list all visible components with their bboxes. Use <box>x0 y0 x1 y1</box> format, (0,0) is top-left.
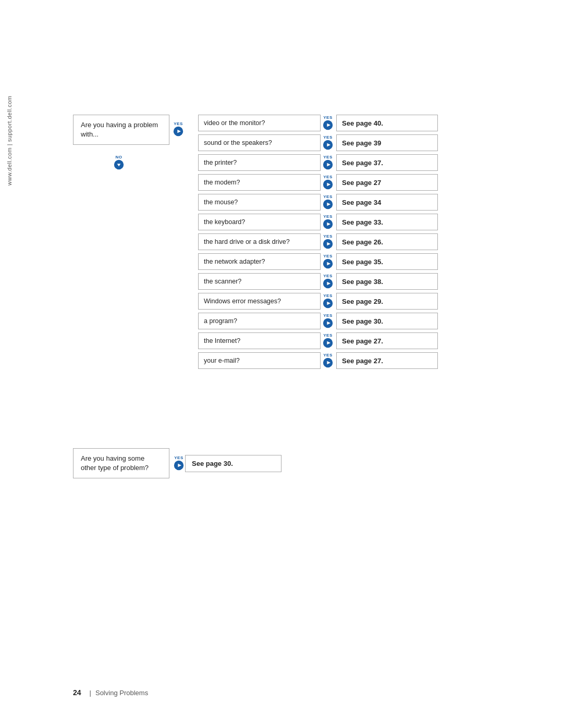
other-problem-section: Are you having some other type of proble… <box>73 448 282 478</box>
footer-text: Solving Problems <box>95 689 148 697</box>
yes-label-11: YES <box>323 314 333 318</box>
problem-box: Are you having a problem with... <box>73 115 169 145</box>
question-box: the modem? <box>198 174 321 191</box>
answer-box-9: See page 38. <box>336 273 438 290</box>
yes-badge-12: YES <box>323 334 333 348</box>
yes-badge-other: YES <box>174 456 184 471</box>
yes-label-9: YES <box>323 274 333 278</box>
question-row: the mouse?YESSee page 34 <box>198 194 469 211</box>
other-answer-text: See page 30. <box>192 460 233 467</box>
side-text: www.dell.com | support.dell.com <box>6 96 13 186</box>
yes-badge-1: YES <box>323 116 333 130</box>
yes-arrow-icon-4 <box>323 179 333 190</box>
yes-badge-9: YES <box>323 274 333 289</box>
yes-label-6: YES <box>323 215 333 219</box>
answer-box-2: See page 39 <box>336 134 438 151</box>
yes-label-13: YES <box>323 353 333 357</box>
other-problem-box: Are you having some other type of proble… <box>73 448 169 478</box>
yes-badge-6: YES <box>323 215 333 229</box>
answer-box-7: See page 26. <box>336 233 438 250</box>
yes-badge-2: YES <box>323 135 333 150</box>
question-row: sound or the speakers?YESSee page 39 <box>198 134 469 151</box>
question-row: the scanner?YESSee page 38. <box>198 273 469 290</box>
question-row: the hard drive or a disk drive?YESSee pa… <box>198 233 469 250</box>
page-number: 24 <box>73 688 81 697</box>
question-row: Windows error messages?YESSee page 29. <box>198 293 469 310</box>
yes-badge-8: YES <box>323 254 333 269</box>
question-box: a program? <box>198 313 321 329</box>
question-box: video or the monitor? <box>198 115 321 131</box>
yes-badge-11: YES <box>323 314 333 328</box>
question-row: the keyboard?YESSee page 33. <box>198 214 469 230</box>
answer-box-12: See page 27. <box>336 332 438 349</box>
other-yes-arrow-icon <box>174 460 184 471</box>
page-container: www.dell.com | support.dell.com Are you … <box>0 0 563 728</box>
yes-arrow-icon-10 <box>323 298 333 309</box>
yes-arrow-icon-9 <box>323 278 333 289</box>
answer-box-1: See page 40. <box>336 115 438 131</box>
question-box: Windows error messages? <box>198 293 321 310</box>
no-label: NO <box>116 155 123 159</box>
answer-box-8: See page 35. <box>336 253 438 270</box>
yes-badge-13: YES <box>323 353 333 368</box>
yes-arrow-icon-1 <box>323 120 333 130</box>
question-row: the modem?YESSee page 27 <box>198 174 469 191</box>
yes-label-5: YES <box>323 195 333 199</box>
question-box: the keyboard? <box>198 214 321 230</box>
other-answer-box: See page 30. <box>185 455 282 472</box>
yes-arrow-icon-6 <box>323 219 333 229</box>
question-box: the Internet? <box>198 332 321 349</box>
yes-badge-3: YES <box>323 155 333 170</box>
yes-label-1: YES <box>323 116 333 120</box>
yes-label-7: YES <box>323 235 333 239</box>
yes-badge-5: YES <box>323 195 333 209</box>
yes-label-2: YES <box>323 135 333 140</box>
other-problem-text: Are you having some other type of proble… <box>81 454 149 472</box>
yes-arrow-icon-12 <box>323 338 333 348</box>
yes-badge-7: YES <box>323 235 333 249</box>
answer-box-5: See page 34 <box>336 194 438 211</box>
answer-box-4: See page 27 <box>336 174 438 191</box>
yes-arrow-icon-5 <box>323 199 333 209</box>
no-arrow-down-icon <box>114 159 124 170</box>
question-box: your e-mail? <box>198 352 321 369</box>
question-box: the hard drive or a disk drive? <box>198 233 321 250</box>
yes-label-10: YES <box>323 294 333 298</box>
yes-label-8: YES <box>323 254 333 258</box>
question-row: a program?YESSee page 30. <box>198 313 469 329</box>
yes-arrow-icon-3 <box>323 159 333 170</box>
footer-separator: | <box>90 689 91 697</box>
answer-box-13: See page 27. <box>336 352 438 369</box>
question-row: the network adapter?YESSee page 35. <box>198 253 469 270</box>
question-box: the network adapter? <box>198 253 321 270</box>
yes-arrow-icon-13 <box>323 357 333 368</box>
question-row: your e-mail?YESSee page 27. <box>198 352 469 369</box>
yes-arrow-right-icon <box>173 126 183 137</box>
question-row: the printer?YESSee page 37. <box>198 154 469 171</box>
yes-badge-10: YES <box>323 294 333 309</box>
answer-box-6: See page 33. <box>336 214 438 230</box>
yes-badge-4: YES <box>323 175 333 190</box>
question-box: the printer? <box>198 154 321 171</box>
question-row: the Internet?YESSee page 27. <box>198 332 469 349</box>
yes-label-4: YES <box>323 175 333 179</box>
questions-area: video or the monitor?YESSee page 40.soun… <box>198 115 469 372</box>
yes-badge-main: YES <box>173 122 183 137</box>
question-box: the scanner? <box>198 273 321 290</box>
yes-arrow-icon-2 <box>323 140 333 150</box>
answer-box-10: See page 29. <box>336 293 438 310</box>
yes-arrow-icon-7 <box>323 239 333 249</box>
yes-arrow-icon-11 <box>323 318 333 328</box>
question-box: sound or the speakers? <box>198 134 321 151</box>
question-row: video or the monitor?YESSee page 40. <box>198 115 469 131</box>
yes-label-12: YES <box>323 334 333 338</box>
yes-label-3: YES <box>323 155 333 159</box>
answer-box-3: See page 37. <box>336 154 438 171</box>
problem-box-text: Are you having a problem with... <box>81 121 158 138</box>
question-box: the mouse? <box>198 194 321 211</box>
page-footer: 24 | Solving Problems <box>73 688 148 697</box>
yes-arrow-icon-8 <box>323 258 333 269</box>
answer-box-11: See page 30. <box>336 313 438 329</box>
